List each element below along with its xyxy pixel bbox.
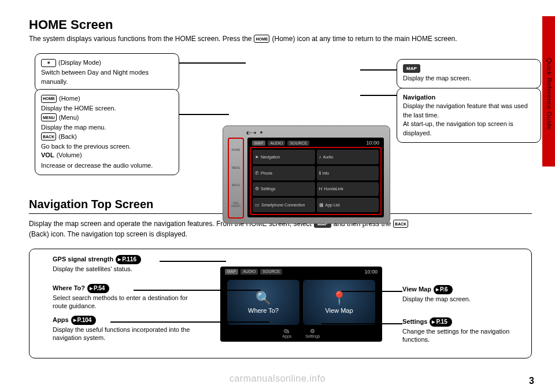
settings-icon: ⚙ xyxy=(310,328,315,334)
tile-view-map[interactable]: 📍 View Map xyxy=(303,280,375,325)
tile-navigation[interactable]: ➤Navigation xyxy=(253,150,315,164)
apps-icon: 🛍 xyxy=(284,328,290,334)
side-home-button[interactable]: HOME xyxy=(232,149,240,151)
label-where-to: Where To?P.54 Select search methods to e… xyxy=(53,284,203,310)
nav-top-device: MAP AUDIO SOURCE 10:00 🔍 Where To? 📍 Vie… xyxy=(220,267,382,342)
page-ref: P.116 xyxy=(116,255,141,264)
side-menu-button[interactable]: MENU xyxy=(232,167,240,169)
tile-hondalink[interactable]: HHondaLink xyxy=(317,182,379,197)
leader-line xyxy=(342,291,402,292)
page-ref: P.54 xyxy=(87,284,109,293)
display-mode-label: (Display Mode) xyxy=(58,58,101,67)
leader-line xyxy=(360,95,397,96)
brightness-icon: ◐─● xyxy=(246,130,257,135)
label-settings: SettingsP.15 Change the settings for the… xyxy=(402,317,524,344)
home-icon: HOME xyxy=(254,35,269,43)
pin-icon: 📍 xyxy=(331,291,347,306)
dot-icon xyxy=(260,131,262,134)
leader-line xyxy=(179,62,246,64)
tab-source[interactable]: SOURCE xyxy=(260,269,282,275)
info-icon: ℹ xyxy=(319,171,321,176)
tile-audio[interactable]: ♪Audio xyxy=(317,150,379,164)
search-icon: 🔍 xyxy=(256,291,271,306)
audio-icon: ♪ xyxy=(319,154,321,160)
tab-audio[interactable]: AUDIO xyxy=(240,269,258,275)
callout-navigation: Navigation Display the navigation featur… xyxy=(397,88,541,143)
leader-line xyxy=(179,114,229,115)
menu-icon: MENU xyxy=(41,113,57,121)
callout-side-buttons: HOME(Home) Display the HOME screen. MENU… xyxy=(35,89,179,175)
callout-map: MAP Display the map screen. xyxy=(397,59,541,88)
bottom-apps[interactable]: 🛍Apps xyxy=(282,328,291,338)
back-icon: BACK xyxy=(41,132,56,140)
tab-source[interactable]: SOURCE xyxy=(287,140,309,146)
tile-where-to[interactable]: 🔍 Where To? xyxy=(227,280,299,325)
leader-line xyxy=(321,323,402,324)
label-view-map: View MapP.6 Display the map screen. xyxy=(402,285,471,303)
map-icon: MAP xyxy=(403,64,420,73)
tab-audio[interactable]: AUDIO xyxy=(268,140,285,146)
tab-map[interactable]: MAP xyxy=(252,140,265,146)
label-gps: GPS signal strengthP.116 Display the sat… xyxy=(53,255,141,273)
leader-line xyxy=(160,261,226,262)
back-icon: BACK xyxy=(393,220,408,228)
page-number: 3 xyxy=(529,376,534,386)
home-screen-device: ◐─● HOME MENU BACK VOL AUDIO MAP AUDIO S… xyxy=(223,125,390,224)
hondalink-icon: H xyxy=(319,186,323,191)
display-mode-text: Switch between Day and Night modes manua… xyxy=(41,68,173,86)
tab-map[interactable]: MAP xyxy=(225,269,238,275)
side-vol-button[interactable]: VOL AUDIO xyxy=(229,202,243,208)
home-tiles: ➤Navigation ♪Audio ✆Phone ℹInfo ⚙Setting… xyxy=(250,147,382,215)
smartphone-icon: ▭ xyxy=(255,202,260,208)
clock: 10:00 xyxy=(364,269,378,275)
page-ref: P.15 xyxy=(430,317,452,327)
display-mode-icon: ☀ xyxy=(41,59,56,67)
leader-line xyxy=(360,69,397,71)
section1-subtitle: The system displays various functions fr… xyxy=(29,35,532,43)
side-back-button[interactable]: BACK xyxy=(232,184,240,187)
bottom-settings[interactable]: ⚙Settings xyxy=(305,328,320,338)
tile-phone[interactable]: ✆Phone xyxy=(253,166,315,180)
device-side-buttons: HOME MENU BACK VOL AUDIO xyxy=(228,138,244,219)
clock: 10:00 xyxy=(366,140,379,146)
applist-icon: ▦ xyxy=(319,202,324,208)
subtitle-text-a: The system displays various functions fr… xyxy=(29,35,251,43)
watermark: carmanualsonline.info xyxy=(0,373,555,384)
tile-info[interactable]: ℹInfo xyxy=(317,166,379,180)
side-tab-label: Quick Reference Guide xyxy=(546,58,553,130)
page-ref: P.6 xyxy=(434,285,453,294)
label-apps: AppsP.104 Display the useful functions i… xyxy=(53,316,203,342)
phone-icon: ✆ xyxy=(255,171,259,176)
tile-applist[interactable]: ▦App List xyxy=(317,198,379,212)
nav-top-box: MAP AUDIO SOURCE 10:00 🔍 Where To? 📍 Vie… xyxy=(29,249,532,358)
settings-icon: ⚙ xyxy=(255,186,259,191)
page-ref: P.104 xyxy=(71,316,97,325)
callout-display-mode: ☀ (Display Mode) Switch between Day and … xyxy=(35,53,179,91)
subtitle-text-b: (Home) icon at any time to return to the… xyxy=(272,35,457,43)
tile-settings[interactable]: ⚙Settings xyxy=(253,182,315,197)
section1-title: HOME Screen xyxy=(29,17,532,32)
home-icon: HOME xyxy=(41,95,57,103)
nav-icon: ➤ xyxy=(255,154,259,160)
tile-smartphone[interactable]: ▭Smartphone Connection xyxy=(253,198,315,212)
